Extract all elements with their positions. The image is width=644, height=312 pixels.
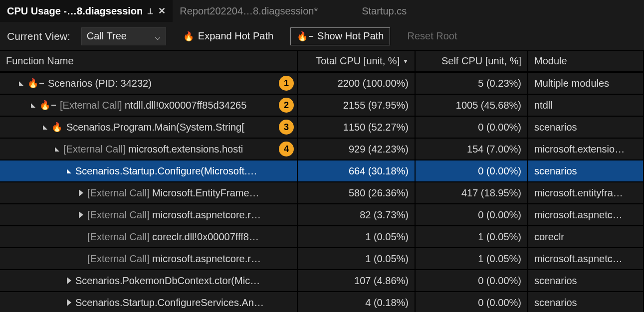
column-self-cpu[interactable]: Self CPU [unit, %] bbox=[416, 51, 528, 71]
cell-total-cpu: 580 (26.36%) bbox=[298, 182, 416, 203]
table-row[interactable]: Scenarios.Startup.Configure(Microsoft.…6… bbox=[0, 160, 644, 182]
cell-function-name: [External Call] microsoft.aspnetcore.r… bbox=[0, 248, 298, 269]
tab-report[interactable]: Report202204…8.diagsession* bbox=[173, 0, 325, 22]
expander-open-icon[interactable] bbox=[55, 147, 59, 152]
external-call-tag: [External Call] bbox=[87, 187, 152, 198]
function-name-text: [External Call] Microsoft.EntityFrame… bbox=[87, 187, 291, 199]
show-hot-path-button[interactable]: 🔥 Show Hot Path bbox=[290, 27, 390, 45]
expander-open-icon[interactable] bbox=[43, 125, 47, 130]
tab-startup[interactable]: Startup.cs bbox=[355, 0, 414, 22]
pin-icon[interactable]: ⟂ bbox=[148, 6, 153, 16]
table-row[interactable]: Scenarios.Startup.ConfigureServices.An…4… bbox=[0, 292, 644, 312]
callout-badge: 1 bbox=[279, 76, 294, 91]
external-call-tag: [External Call] bbox=[87, 253, 152, 264]
cell-module: microsoft.extensio… bbox=[528, 139, 644, 159]
column-label: Function Name bbox=[6, 55, 74, 67]
table-row[interactable]: Scenarios.PokemonDbContext.ctor(Mic…107 … bbox=[0, 270, 644, 292]
function-name-text: [External Call] coreclr.dll!0x00007fff8… bbox=[87, 231, 291, 243]
column-label: Total CPU [unit, %] bbox=[316, 55, 400, 67]
button-label: Show Hot Path bbox=[317, 30, 384, 42]
expander-open-icon[interactable] bbox=[19, 81, 23, 86]
function-name-text: Scenarios.PokemonDbContext.ctor(Mic… bbox=[75, 275, 291, 287]
cell-function-name: 🔥[External Call] ntdll.dll!0x00007ff85d3… bbox=[0, 95, 298, 116]
table-row[interactable]: 🔥Scenarios (PID: 34232)12200 (100.00%)5 … bbox=[0, 73, 644, 95]
expander-open-icon[interactable] bbox=[67, 169, 71, 173]
external-call-tag: [External Call] bbox=[87, 209, 152, 220]
toolbar: Current View: Call Tree ⌵ 🔥 Expand Hot P… bbox=[0, 22, 644, 51]
cell-module: microsoft.aspnetc… bbox=[528, 248, 644, 269]
column-total-cpu[interactable]: Total CPU [unit, %] ▼ bbox=[298, 51, 416, 71]
function-name-text: Scenarios.Startup.Configure(Microsoft.… bbox=[75, 165, 291, 177]
cell-module: Multiple modules bbox=[528, 73, 644, 94]
function-name-text: Scenarios.Startup.ConfigureServices.An… bbox=[75, 297, 291, 309]
tab-label: CPU Usage -…8.diagsession bbox=[7, 5, 143, 17]
expander-closed-icon[interactable] bbox=[67, 299, 71, 306]
cell-self-cpu: 0 (0.00%) bbox=[416, 292, 528, 312]
tab-label: Report202204…8.diagsession* bbox=[180, 5, 318, 17]
flame-icon: 🔥 bbox=[51, 122, 62, 133]
cell-module: ntdll bbox=[528, 95, 644, 116]
cell-self-cpu: 0 (0.00%) bbox=[416, 204, 528, 225]
cell-function-name: Scenarios.PokemonDbContext.ctor(Mic… bbox=[0, 270, 298, 291]
button-label: Expand Hot Path bbox=[198, 30, 273, 42]
function-name-text: [External Call] microsoft.aspnetcore.r… bbox=[87, 209, 291, 221]
cell-module: scenarios bbox=[528, 292, 644, 312]
cell-self-cpu: 5 (0.23%) bbox=[416, 73, 528, 94]
reset-root-button[interactable]: Reset Root bbox=[401, 27, 463, 45]
cell-total-cpu: 1 (0.05%) bbox=[298, 248, 416, 269]
tab-label: Startup.cs bbox=[362, 5, 407, 17]
function-name-text: Scenarios.Program.Main(System.String[ bbox=[66, 122, 291, 133]
callout-badge: 2 bbox=[279, 98, 294, 113]
cell-self-cpu: 1 (0.05%) bbox=[416, 226, 528, 247]
expand-hot-path-button[interactable]: 🔥 Expand Hot Path bbox=[177, 27, 279, 45]
table-header: Function Name Total CPU [unit, %] ▼ Self… bbox=[0, 51, 644, 73]
external-call-tag: [External Call] bbox=[87, 231, 152, 242]
sort-desc-icon: ▼ bbox=[403, 58, 409, 65]
cell-module: scenarios bbox=[528, 270, 644, 291]
cell-total-cpu: 664 (30.18%) bbox=[298, 160, 416, 181]
cell-function-name: [External Call] microsoft.extensions.hos… bbox=[0, 139, 298, 159]
table-body: 🔥Scenarios (PID: 34232)12200 (100.00%)5 … bbox=[0, 73, 644, 312]
column-function-name[interactable]: Function Name bbox=[0, 51, 298, 71]
table-row[interactable]: [External Call] Microsoft.EntityFrame…58… bbox=[0, 182, 644, 204]
expander-open-icon[interactable] bbox=[31, 103, 35, 108]
cell-total-cpu: 1150 (52.27%) bbox=[298, 117, 416, 138]
close-icon[interactable]: ✕ bbox=[158, 5, 166, 16]
expander-closed-icon[interactable] bbox=[67, 277, 71, 284]
function-name-text: Scenarios (PID: 34232) bbox=[48, 78, 291, 89]
cell-total-cpu: 2155 (97.95%) bbox=[298, 95, 416, 116]
function-name-text: [External Call] microsoft.extensions.hos… bbox=[63, 144, 291, 155]
column-label: Module bbox=[534, 55, 567, 67]
cell-total-cpu: 107 (4.86%) bbox=[298, 270, 416, 291]
cell-total-cpu: 929 (42.23%) bbox=[298, 139, 416, 159]
cell-module: scenarios bbox=[528, 160, 644, 181]
cell-self-cpu: 0 (0.00%) bbox=[416, 270, 528, 291]
chevron-down-icon: ⌵ bbox=[155, 30, 161, 42]
cell-total-cpu: 2200 (100.00%) bbox=[298, 73, 416, 94]
dropdown-value: Call Tree bbox=[87, 30, 127, 42]
column-module[interactable]: Module bbox=[528, 51, 644, 71]
view-dropdown[interactable]: Call Tree ⌵ bbox=[81, 27, 166, 45]
current-view-label: Current View: bbox=[7, 30, 70, 42]
table-row[interactable]: [External Call] coreclr.dll!0x00007fff8…… bbox=[0, 226, 644, 248]
external-call-tag: [External Call] bbox=[60, 100, 125, 111]
function-name-text: [External Call] microsoft.aspnetcore.r… bbox=[87, 253, 291, 265]
table-row[interactable]: [External Call] microsoft.aspnetcore.r…1… bbox=[0, 248, 644, 270]
table-row[interactable]: 🔥[External Call] ntdll.dll!0x00007ff85d3… bbox=[0, 95, 644, 117]
table-row[interactable]: [External Call] microsoft.extensions.hos… bbox=[0, 139, 644, 160]
callout-badge: 3 bbox=[279, 120, 294, 135]
cell-self-cpu: 154 (7.00%) bbox=[416, 139, 528, 159]
cell-function-name: 🔥Scenarios.Program.Main(System.String[3 bbox=[0, 117, 298, 138]
expander-closed-icon[interactable] bbox=[79, 211, 83, 218]
callout-badge: 4 bbox=[279, 142, 294, 156]
flame-stripe-icon: 🔥 bbox=[297, 31, 313, 42]
tab-cpu-usage[interactable]: CPU Usage -…8.diagsession ⟂ ✕ bbox=[0, 0, 173, 22]
expander-closed-icon[interactable] bbox=[79, 189, 83, 196]
table-row[interactable]: [External Call] microsoft.aspnetcore.r…8… bbox=[0, 204, 644, 226]
cell-module: microsoft.entityfra… bbox=[528, 182, 644, 203]
cell-function-name: [External Call] coreclr.dll!0x00007fff8… bbox=[0, 226, 298, 247]
cell-self-cpu: 417 (18.95%) bbox=[416, 182, 528, 203]
cell-module: scenarios bbox=[528, 117, 644, 138]
cell-total-cpu: 4 (0.18%) bbox=[298, 292, 416, 312]
table-row[interactable]: 🔥Scenarios.Program.Main(System.String[31… bbox=[0, 117, 644, 139]
